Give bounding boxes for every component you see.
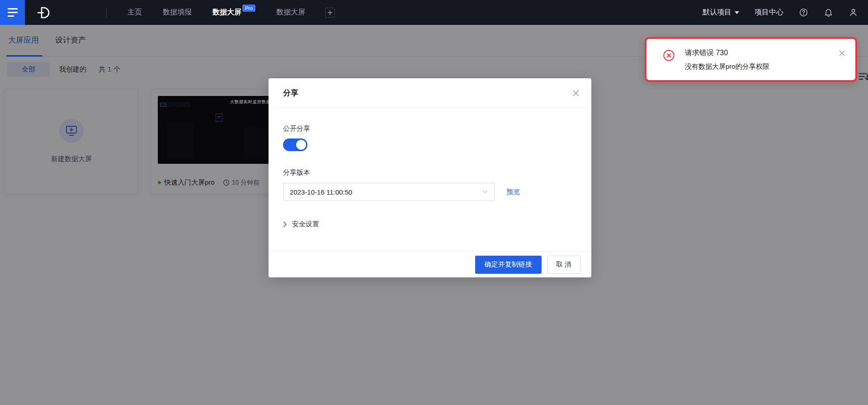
app-logo bbox=[36, 4, 53, 21]
error-toast: 请求错误 730 没有数据大屏pro的分享权限 bbox=[645, 37, 857, 82]
share-modal-body: 公开分享 分享版本 2023-10-16 11:00:50 预览 安全设置 bbox=[269, 108, 591, 229]
share-modal-header: 分享 bbox=[269, 78, 591, 108]
add-tab-icon[interactable] bbox=[325, 8, 335, 18]
plus-icon bbox=[327, 10, 333, 15]
caret-down-icon bbox=[735, 11, 739, 14]
project-selector-dropdown[interactable]: 默认项目 bbox=[703, 8, 739, 17]
project-center-link[interactable]: 项目中心 bbox=[755, 8, 783, 17]
preview-link[interactable]: 预览 bbox=[506, 188, 520, 196]
share-modal-title: 分享 bbox=[283, 88, 298, 98]
share-version-label: 分享版本 bbox=[283, 168, 577, 177]
pro-badge: Pro bbox=[242, 5, 255, 12]
toast-message: 没有数据大屏pro的分享权限 bbox=[685, 62, 769, 71]
hamburger-menu-button[interactable] bbox=[0, 0, 25, 25]
share-modal-footer: 确定并复制链接 取 消 bbox=[269, 251, 591, 277]
nav-item-datascreen-pro[interactable]: 数据大屏Pro bbox=[212, 8, 255, 17]
version-select[interactable]: 2023-10-16 11:00:50 bbox=[283, 183, 495, 201]
logo-d-icon bbox=[36, 4, 53, 21]
confirm-copy-link-button[interactable]: 确定并复制链接 bbox=[475, 256, 542, 274]
hamburger-menu-icon bbox=[8, 8, 18, 10]
chevron-right-icon bbox=[283, 221, 287, 228]
share-modal: 分享 公开分享 分享版本 2023-10-16 11:00:50 预览 安全设置… bbox=[269, 78, 591, 277]
security-settings-label: 安全设置 bbox=[292, 220, 319, 229]
modal-close-icon[interactable] bbox=[572, 90, 580, 97]
top-nav: 主页 数据填报 数据大屏Pro 数据大屏 默认项目 项目中心 bbox=[0, 0, 868, 25]
nav-item-datascreen[interactable]: 数据大屏 bbox=[276, 8, 305, 17]
nav-item-home[interactable]: 主页 bbox=[127, 8, 142, 17]
cancel-button[interactable]: 取 消 bbox=[547, 256, 580, 274]
share-version-row: 2023-10-16 11:00:50 预览 bbox=[283, 183, 577, 201]
version-select-value: 2023-10-16 11:00:50 bbox=[290, 188, 352, 196]
toast-title: 请求错误 730 bbox=[685, 48, 769, 58]
chevron-down-icon bbox=[482, 190, 488, 194]
notifications-bell-icon[interactable] bbox=[824, 8, 833, 17]
public-share-toggle[interactable] bbox=[283, 138, 307, 151]
nav-menu: 主页 数据填报 数据大屏Pro 数据大屏 bbox=[107, 8, 335, 18]
error-circle-icon bbox=[663, 49, 675, 80]
project-selector-label: 默认项目 bbox=[703, 8, 731, 17]
toast-close-icon[interactable] bbox=[839, 50, 845, 57]
nav-right: 默认项目 项目中心 bbox=[703, 8, 868, 17]
nav-item-data-entry[interactable]: 数据填报 bbox=[163, 8, 192, 17]
nav-item-label: 数据大屏 bbox=[212, 8, 241, 16]
security-settings-toggle[interactable]: 安全设置 bbox=[283, 220, 577, 229]
help-icon[interactable] bbox=[799, 8, 808, 17]
public-share-label: 公开分享 bbox=[283, 124, 577, 133]
user-account-icon[interactable] bbox=[849, 8, 858, 17]
